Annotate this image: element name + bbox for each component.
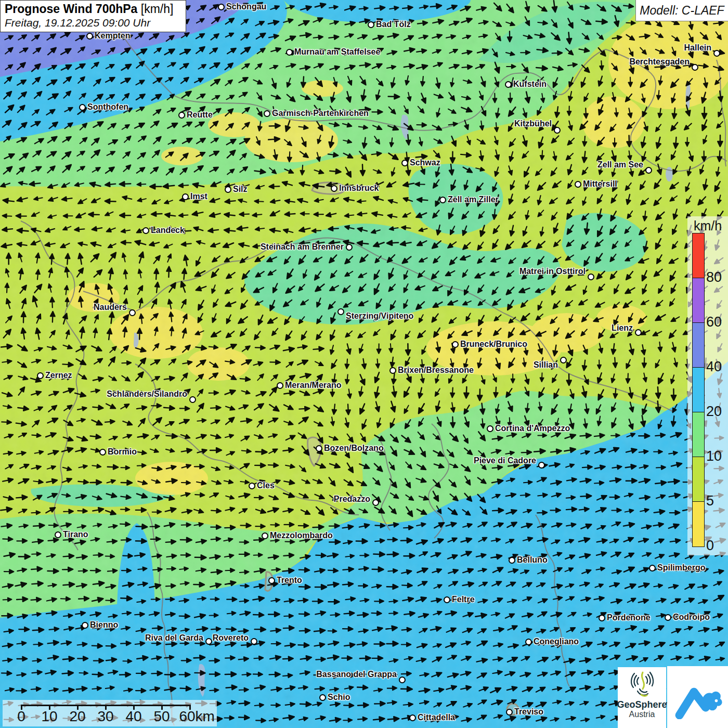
city-label: Bienno (90, 620, 118, 630)
legend-num: 80 (706, 269, 722, 285)
scale-num: 40 (125, 708, 141, 725)
geosphere-name: GeoSphere (617, 699, 667, 710)
city-dot (505, 81, 512, 88)
city-label: Schwaz (410, 158, 440, 167)
city-label: Mezzolombardo (270, 531, 333, 540)
city-dot (692, 64, 698, 71)
city-label: Pordenone (607, 613, 651, 622)
city-dot (249, 483, 255, 489)
legend-seg-40 (693, 323, 704, 368)
legend-num: 0 (706, 538, 714, 554)
city-dot (409, 714, 416, 721)
city-dot (142, 227, 149, 234)
scale-bar: 0102030405060km (3, 700, 217, 726)
legend-seg-80 (693, 233, 704, 278)
geosphere-country: Austria (629, 710, 655, 719)
model-label: Modell: C-LAEF (635, 0, 728, 21)
city-label: Conegliano (534, 637, 579, 646)
city-dot (268, 577, 275, 584)
title-heading: Prognose Wind 700hPa (5, 2, 137, 16)
city-label: Trento (277, 576, 302, 585)
city-label: Silz (233, 185, 248, 194)
city-dot (554, 127, 561, 134)
city-label: Meran/Merano (285, 381, 341, 390)
city-dot (560, 357, 567, 363)
city-dot (401, 160, 408, 166)
legend-seg-0 (693, 502, 704, 547)
city-dot (337, 308, 344, 315)
scale-num: 10 (41, 708, 57, 725)
city-dot (331, 185, 337, 192)
city-label: Sillian (534, 360, 558, 370)
city-dot (665, 614, 671, 621)
city-dot (264, 110, 270, 117)
city-dot (649, 565, 656, 571)
legend-seg-5 (693, 457, 704, 502)
city-label: Cles (257, 481, 275, 490)
city-dot (225, 186, 231, 193)
city-dot (538, 462, 545, 469)
city-label: Kufstein (513, 80, 547, 89)
legend-num: 10 (706, 448, 722, 464)
city-label: Belluno (517, 555, 548, 565)
legend-num: 60 (706, 314, 722, 330)
city-label: Sterzing/Vipiteno (346, 311, 413, 321)
scale-num: 30 (97, 708, 113, 725)
city-label: Cortina d'Ampezzo (495, 424, 570, 433)
city-label: Feltre (452, 595, 475, 604)
city-label: Riva del Garda (145, 633, 203, 643)
city-dot (509, 557, 515, 564)
city-label: Schlanders/Silandro (107, 389, 187, 399)
mountain-cloud-icon (673, 675, 723, 719)
city-dot (86, 33, 93, 40)
city-dot (251, 638, 257, 645)
legend-seg-20 (693, 368, 704, 412)
city-dot (452, 341, 459, 348)
city-label: Sonthofen (87, 102, 128, 112)
city-label: Zernez (45, 371, 72, 380)
legend-title: km/h (687, 218, 728, 233)
city-label: Kempten (95, 31, 130, 41)
legend-seg-10 (693, 412, 704, 457)
city-dot (372, 499, 379, 506)
legend-seg-60 (693, 278, 704, 323)
city-dot (346, 244, 353, 251)
city-dot (82, 622, 88, 629)
city-dot (575, 181, 581, 188)
city-label: Spilimbergo (657, 563, 705, 573)
city-label: Imst (190, 192, 207, 201)
city-dot (218, 4, 225, 10)
city-dot (286, 49, 293, 56)
geosphere-logo: GeoSphere Austria (618, 667, 666, 728)
city-label: Garmisch-Partenkirchen (272, 109, 369, 118)
city-label: Matrei in Osttirol (519, 267, 586, 276)
legend-num: 20 (706, 404, 722, 420)
city-dot (506, 709, 513, 716)
city-label: Schongau (226, 2, 266, 11)
city-dot (205, 638, 212, 645)
city-dot (319, 694, 326, 701)
city-dot (277, 382, 283, 389)
city-dot (37, 372, 44, 379)
city-dot (399, 677, 406, 683)
city-dot (55, 531, 61, 538)
city-dot (635, 329, 642, 336)
city-label: Cittadella (418, 713, 455, 722)
city-dot (588, 274, 594, 280)
city-label: Nauders (94, 303, 127, 312)
legend-num: 40 (706, 359, 722, 375)
city-label: Zell am See (597, 160, 643, 170)
city-dot (99, 449, 106, 456)
city-label: Murnau am Staffelsee (294, 47, 380, 57)
city-dot (645, 167, 652, 174)
city-label: Bad Tölz (376, 20, 411, 29)
city-label: Zell am Ziller (448, 195, 499, 204)
city-label: Lienz (612, 323, 633, 333)
city-label: Mittersill (583, 179, 617, 189)
city-dot (79, 104, 86, 111)
city-dot (444, 596, 450, 603)
city-label: Schio (328, 693, 350, 702)
city-dot (182, 193, 189, 200)
city-label: Hallein (684, 43, 711, 53)
city-dot (599, 615, 605, 621)
